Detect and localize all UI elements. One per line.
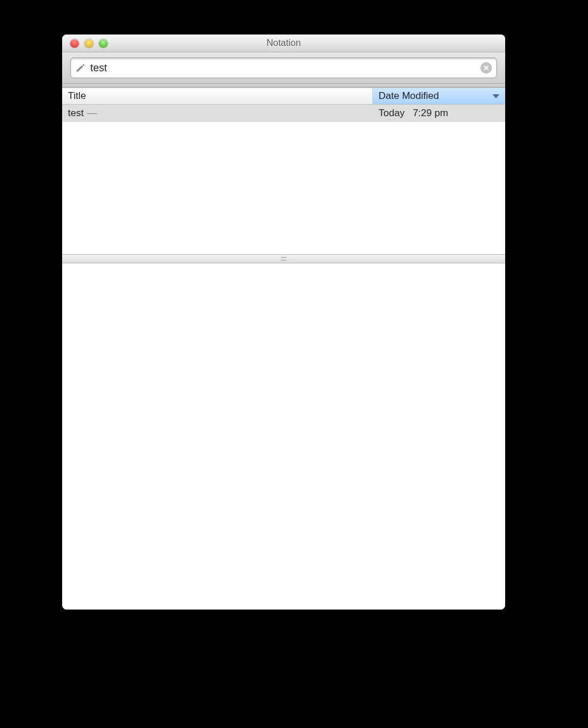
column-header-title-label: Title <box>68 90 86 102</box>
search-field[interactable] <box>70 58 497 78</box>
note-textarea[interactable] <box>68 269 502 606</box>
zoom-button[interactable] <box>99 39 108 48</box>
split-handle[interactable] <box>62 254 505 263</box>
column-header-title[interactable]: Title <box>62 88 373 104</box>
row-date-day: Today <box>379 108 404 119</box>
column-header-date[interactable]: Date Modified <box>373 88 505 104</box>
table-row[interactable]: test — Today 7:29 pm <box>62 105 505 122</box>
row-preview: — <box>87 108 97 119</box>
toolbar-divider <box>62 84 505 88</box>
row-date-time: 7:29 pm <box>413 108 448 119</box>
minimize-button[interactable] <box>85 39 93 48</box>
toolbar <box>62 52 505 84</box>
note-editor <box>62 263 505 610</box>
close-button[interactable] <box>70 39 79 48</box>
clear-icon[interactable] <box>480 62 492 74</box>
pencil-icon <box>75 63 86 73</box>
titlebar[interactable]: Notation <box>62 35 505 52</box>
sort-descending-icon <box>492 94 499 98</box>
app-window: Notation Title Date Modified <box>62 35 505 610</box>
search-input[interactable] <box>89 62 480 75</box>
column-header-date-label: Date Modified <box>379 90 439 102</box>
traffic-lights <box>62 39 108 48</box>
window-title: Notation <box>62 38 505 48</box>
row-title: test <box>68 108 83 119</box>
table-header: Title Date Modified <box>62 88 505 105</box>
notes-list[interactable]: test — Today 7:29 pm <box>62 105 505 254</box>
grip-icon <box>281 257 287 260</box>
